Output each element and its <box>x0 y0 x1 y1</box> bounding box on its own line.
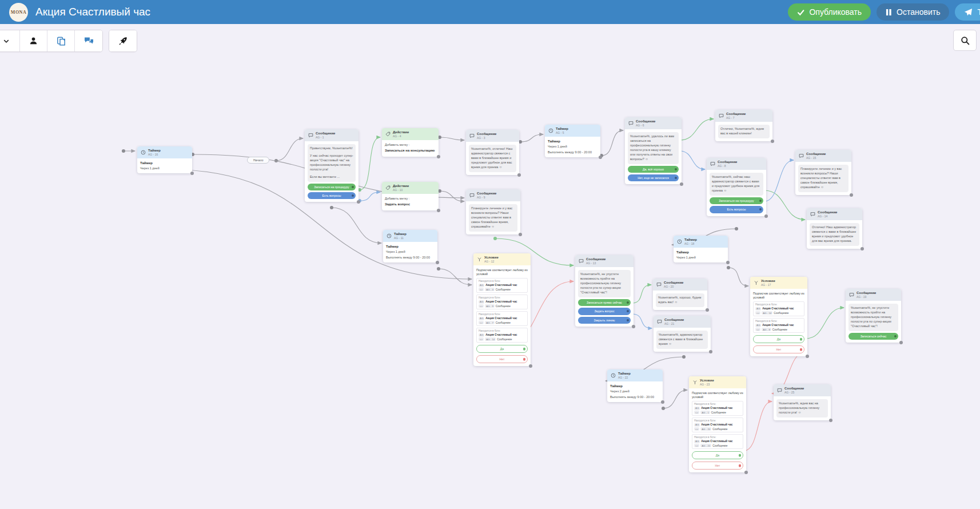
node-ag-23[interactable]: УсловиеAG - 23Подписчик соответствует лю… <box>689 376 746 472</box>
node-ag-10[interactable]: ДействиеAG - 10Добавить метку :Задать во… <box>382 182 439 210</box>
timer-line: Через 1 дней <box>548 145 597 149</box>
node-ag-11[interactable]: ТаймерAG - 11ТаймерЧерез 1 днейВыполнять… <box>383 230 437 263</box>
connector-dot[interactable] <box>759 200 762 202</box>
quick-reply-button[interactable]: Закрыть линию <box>578 317 631 324</box>
node-output-dot[interactable] <box>771 140 774 143</box>
node-ag-3[interactable]: СообщениеAG - 3%username%, отлично! Наш … <box>466 130 519 175</box>
condition-no-button[interactable]: Нет <box>692 462 743 470</box>
node-ag-17[interactable]: УсловиеAG - 17Подписчик соответствует лю… <box>750 277 807 356</box>
node-ag-20[interactable]: СообщениеAG - 20%username%, хорошо, буде… <box>653 279 707 310</box>
connector-dot[interactable] <box>800 338 803 341</box>
node-output-dot[interactable] <box>899 341 903 344</box>
node-output-dot[interactable] <box>680 182 683 186</box>
timer-icon <box>141 150 146 155</box>
node-output-dot[interactable] <box>706 308 709 312</box>
toolbar-rocket-button[interactable] <box>109 30 137 51</box>
node-output-dot[interactable] <box>599 156 602 159</box>
node-output-dot[interactable] <box>437 209 440 212</box>
connector-dot[interactable] <box>352 194 354 197</box>
node-ag-1[interactable]: СообщениеAG - 1Приветствуем, %username%!… <box>305 129 358 202</box>
connector-dot[interactable] <box>894 335 897 337</box>
quick-reply-button[interactable]: Есть вопросы <box>710 206 763 213</box>
quick-reply-button[interactable]: Записаться на процедуру <box>308 184 356 190</box>
toolbar-chevron-down-button[interactable] <box>0 30 20 51</box>
node-ag-5[interactable]: ТаймерAG - 5ТаймерЧерез 1 днейВыполнять … <box>545 125 600 157</box>
node-ag-22[interactable]: ТаймерAG - 22ТаймерЧерез 2 днейВыполнять… <box>607 369 663 402</box>
connector-dot[interactable] <box>627 301 629 304</box>
ref-id-chip: AG - 8 <box>762 328 771 331</box>
condition-row-ref: <>AG - 8Сообщение <box>755 328 802 331</box>
node-output-dot[interactable] <box>632 325 635 328</box>
node-header-labels: СообщениеAG - 3 <box>477 132 496 140</box>
node-ag-14[interactable]: СообщениеAG - 14Отлично! Наш администрат… <box>807 208 862 249</box>
node-output-dot[interactable] <box>861 247 864 250</box>
node-header-labels: ТаймерAG - 11 <box>394 232 407 240</box>
node-output-dot[interactable] <box>661 400 664 404</box>
condition-yes-button[interactable]: Да <box>753 335 804 343</box>
node-ag-4[interactable]: ДействиеAG - 4Добавить метку :Записаться… <box>382 128 439 157</box>
node-body: Отлично, %username%, ждем вас в нашей кл… <box>715 122 772 141</box>
condition-no-button[interactable]: Нет <box>753 345 804 353</box>
quick-reply-button[interactable]: Да, всё хорошо <box>628 166 679 173</box>
condition-yes-button[interactable]: Да <box>476 345 528 353</box>
connector-dot[interactable] <box>675 168 677 170</box>
node-output-dot[interactable] <box>806 355 809 358</box>
ref-type-label: Сообщение <box>497 338 512 341</box>
node-output-dot[interactable] <box>744 471 748 474</box>
node-ag-8[interactable]: СообщениеAG - 8%username%, сейчас наш ад… <box>707 158 766 216</box>
node-ag-12[interactable]: УсловиеAG - 12Подписчик соответствует лю… <box>473 253 531 366</box>
node-output-dot[interactable] <box>850 193 853 197</box>
connector-dot[interactable] <box>523 348 526 351</box>
node-output-dot[interactable] <box>190 172 194 175</box>
node-ag-13[interactable]: СообщениеAG - 13%username%, не упустите … <box>575 255 634 327</box>
quick-reply-button[interactable]: Записаться сейчас <box>848 333 898 340</box>
publish-button[interactable]: Опубликовать <box>788 3 871 21</box>
node-ag-16[interactable]: ТаймерAG - 16ТаймерЧерез 1 дней <box>137 146 192 173</box>
quick-reply-button[interactable]: Задать вопрос <box>578 308 631 315</box>
quick-reply-button[interactable]: Записаться на процедуру <box>710 197 763 204</box>
node-ag-6[interactable]: СообщениеAG - 6%username%, удалось ли ва… <box>625 117 682 184</box>
node-output-dot[interactable] <box>436 261 439 264</box>
connector-dot[interactable] <box>352 186 354 188</box>
node-output-dot[interactable] <box>829 419 832 422</box>
toolbar-user-button[interactable] <box>20 30 47 51</box>
node-output-dot[interactable] <box>357 200 360 204</box>
connector-dot[interactable] <box>759 208 762 210</box>
node-output-dot[interactable] <box>709 350 712 353</box>
condition-no-button[interactable]: Нет <box>476 355 528 363</box>
flow-canvas[interactable]: ТаймерAG - 16ТаймерЧерез 1 днейСообщение… <box>0 0 980 509</box>
node-output-dot[interactable] <box>529 364 532 368</box>
node-ag-25[interactable]: СообщениеAG - 25%username%, ждем вас на … <box>774 384 831 420</box>
node-id-label: AG - 1 <box>316 136 335 139</box>
node-ag-19[interactable]: СообщениеAG - 19%username%, не упустите … <box>846 289 901 343</box>
connector-dot[interactable] <box>675 177 677 179</box>
quick-reply-button[interactable]: Записаться прямо сейчас <box>578 299 631 306</box>
connector-dot[interactable] <box>739 454 742 457</box>
ref-type-label: Сообщение <box>774 312 788 315</box>
node-output-dot[interactable] <box>517 173 521 177</box>
stop-button[interactable]: Остановить <box>877 3 949 21</box>
node-output-dot[interactable] <box>726 261 730 264</box>
condition-yes-button[interactable]: Да <box>692 451 743 459</box>
quick-reply-button[interactable]: Есть вопросы <box>308 192 356 199</box>
telegram-test-button[interactable]: Т <box>955 3 980 21</box>
node-ag-7[interactable]: СообщениеAG - 7Отлично, %username%, ждем… <box>715 110 772 141</box>
node-ag-15[interactable]: СообщениеAG - 15Планируете лечение и у в… <box>795 150 851 195</box>
node-output-dot[interactable] <box>764 214 768 218</box>
connector-dot[interactable] <box>627 310 629 312</box>
page-title: Акция Счастливый час <box>35 6 150 18</box>
search-button[interactable] <box>953 30 977 51</box>
connector-dot[interactable] <box>800 348 803 351</box>
quick-reply-button[interactable]: Нет, еще не записался <box>628 174 679 181</box>
node-ag-21[interactable]: СообщениеAG - 21%username%, администрато… <box>654 316 711 352</box>
message-bubble: %username%, удалось ли вам записаться на… <box>628 132 679 164</box>
toolbar-chat-button[interactable] <box>75 30 102 51</box>
toolbar-copy-button[interactable] <box>47 30 75 51</box>
node-output-dot[interactable] <box>519 233 522 236</box>
connector-dot[interactable] <box>739 464 742 467</box>
node-ag-9[interactable]: СообщениеAG - 9Планируете лечение и у ва… <box>466 189 520 234</box>
connector-dot[interactable] <box>523 358 526 361</box>
connector-dot[interactable] <box>627 319 629 321</box>
node-ag-18[interactable]: ТаймерAG - 18ТаймерЧерез 1 дней <box>674 236 728 263</box>
node-output-dot[interactable] <box>437 155 440 158</box>
